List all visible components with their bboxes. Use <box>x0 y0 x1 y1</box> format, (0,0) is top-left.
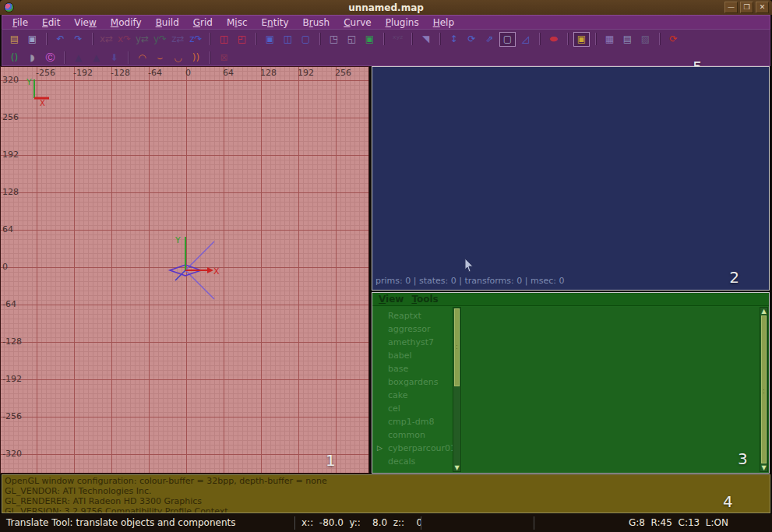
scrollbar-thumb[interactable] <box>761 315 767 463</box>
patch-drop-icon[interactable]: ⬇ <box>106 51 122 65</box>
console-log[interactable]: 4 OpenGL window configuration: colour-bu… <box>2 474 770 513</box>
x-flip-icon[interactable]: x⇄ <box>98 32 115 47</box>
csg-subtract-icon[interactable]: ◳ <box>326 32 342 47</box>
y-rotate-icon[interactable]: y↷ <box>152 32 168 47</box>
menu-plugins[interactable]: Plugins <box>379 16 426 29</box>
minimize-button[interactable]: — <box>724 2 738 13</box>
menu-build[interactable]: Build <box>149 16 186 29</box>
curve-bend-icon[interactable]: )) <box>188 51 204 65</box>
menu-help[interactable]: Help <box>426 16 461 29</box>
texture-browser-menu-bar: ViewTools <box>372 293 769 306</box>
clipper-tool-icon[interactable]: ⬬ <box>545 32 562 47</box>
texture-display-area[interactable] <box>462 307 760 473</box>
save-icon[interactable]: ▣ <box>24 32 41 47</box>
console-line: GL_RENDERER: ATI Radeon HD 3300 Graphics <box>5 496 767 506</box>
translate-tool-icon[interactable]: ↕ <box>446 32 462 47</box>
no-clip-icon[interactable]: ⊠ <box>216 51 232 65</box>
select-inside-icon[interactable]: ◫ <box>280 32 296 47</box>
menu-entity[interactable]: Entity <box>255 16 296 29</box>
patch-cylinder-icon[interactable]: ▲ <box>70 51 86 65</box>
z-flip-icon[interactable]: z⇄ <box>170 32 186 47</box>
ruler-label-x: -192 <box>73 68 93 78</box>
folder-item-cyberparcour01[interactable]: ▷cyberparcour01 <box>372 442 453 455</box>
entity-list-icon[interactable]: ▦ <box>601 32 618 47</box>
csg-hollow-icon[interactable]: ▣ <box>361 32 378 47</box>
flip-vertical-icon[interactable]: ◰ <box>234 32 250 47</box>
toolbar: ▤▣↶↷x⇄x↷y⇄y↷z⇄z↷◫◰▣◫▢◳◱▣ˣʸᶻ◥↕⟳⇗▢◿⬬▣▦▤▨⟳ … <box>2 29 770 66</box>
caulk-icon[interactable]: Ⓒ <box>42 51 58 65</box>
toolbar-separator <box>256 33 256 45</box>
x-rotate-icon[interactable]: x↷ <box>116 32 132 47</box>
curve-bevel-icon[interactable]: ⌣ <box>152 51 168 65</box>
folder-item-decals[interactable]: decals <box>372 455 453 468</box>
ruler-label-x: 192 <box>298 68 314 78</box>
texture-lock-icon[interactable]: ▣ <box>573 32 590 47</box>
open-file-icon[interactable]: ▤ <box>6 32 23 47</box>
maximize-button[interactable]: ❒ <box>740 2 753 13</box>
texture-window-icon[interactable]: ▨ <box>637 32 654 47</box>
menu-tools[interactable]: Tools <box>411 294 446 305</box>
menu-edit[interactable]: Edit <box>35 16 67 29</box>
ruler-label-x: 256 <box>335 68 351 78</box>
redo-icon[interactable]: ↷ <box>70 32 86 47</box>
toolbar-separator <box>439 33 440 45</box>
scroll-down-icon[interactable]: ▼ <box>760 464 767 471</box>
expander-icon[interactable]: ▷ <box>377 442 382 455</box>
scale-tool-icon[interactable]: ⇗ <box>481 32 498 47</box>
folder-item-reaptxt[interactable]: Reaptxt <box>372 309 453 322</box>
annotation-label-2: 2 <box>729 268 739 287</box>
select-touching-icon[interactable]: ▣ <box>262 32 278 47</box>
folder-item-cmp1-dm8[interactable]: cmp1-dm8 <box>372 415 453 428</box>
texture-folder-list[interactable]: Reaptxtaggressoramethyst7babelbaseboxgar… <box>372 307 453 473</box>
select-complete-icon[interactable]: ▢ <box>298 32 314 47</box>
folder-item-common[interactable]: common <box>372 428 453 442</box>
axis-indicator: Y X <box>16 76 52 107</box>
resize-tool-icon[interactable]: ◿ <box>517 32 534 47</box>
menu-file[interactable]: File <box>5 16 35 29</box>
folder-item-babel[interactable]: babel <box>372 349 453 362</box>
menu-view[interactable]: View <box>379 294 411 305</box>
menu-view[interactable]: View <box>67 16 104 29</box>
menu-grid[interactable]: Grid <box>186 16 220 29</box>
rotate-tool-icon[interactable]: ⟳ <box>464 32 480 47</box>
menu-modify[interactable]: Modify <box>104 16 149 29</box>
texture-area-scrollbar[interactable]: ▲ ▼ <box>760 307 768 472</box>
folder-item-base[interactable]: base <box>372 362 453 375</box>
camera-view-3d[interactable]: prims: 0 | states: 0 | transforms: 0 | m… <box>372 66 770 291</box>
toolbar-separator <box>92 33 93 45</box>
grid-view-2d[interactable]: -256-192-128-64064128192256 320256192128… <box>0 66 369 474</box>
menu-curve[interactable]: Curve <box>337 16 378 29</box>
folder-item-amethyst7[interactable]: amethyst7 <box>372 336 453 349</box>
folder-list-scrollbar[interactable]: ▼ <box>453 307 461 472</box>
translate-gizmo[interactable]: Y X <box>139 227 232 313</box>
toolbar-separator <box>64 51 65 64</box>
lightray-cone-icon[interactable]: ◥ <box>418 32 434 47</box>
patch-knob-icon[interactable]: ▲ <box>88 51 104 65</box>
curve-endcap-icon[interactable]: ◡ <box>170 51 186 65</box>
undo-icon[interactable]: ↶ <box>52 32 69 47</box>
ruler-label-y: 128 <box>2 187 19 197</box>
console-window-icon[interactable]: ▤ <box>619 32 636 47</box>
folder-item-cel[interactable]: cel <box>372 402 453 415</box>
refresh-models-icon[interactable]: ⟳ <box>665 32 682 47</box>
select-tool-icon[interactable]: ▢ <box>499 32 516 47</box>
status-bar: Translate Tool: translate objects and co… <box>0 514 772 532</box>
folder-item-cake[interactable]: cake <box>372 389 453 402</box>
menu-misc[interactable]: Misc <box>220 16 255 29</box>
folder-item-boxgardens[interactable]: boxgardens <box>372 375 453 389</box>
scrollbar-thumb[interactable] <box>454 308 460 386</box>
flip-horizontal-icon[interactable]: ◫ <box>216 32 232 47</box>
csg-merge-icon[interactable]: ◱ <box>344 32 360 47</box>
title-bar[interactable]: unnamed.map — ❒ ✕ <box>0 0 772 15</box>
model-bag-icon[interactable]: ◗ <box>24 51 41 65</box>
menu-brush[interactable]: Brush <box>296 16 337 29</box>
scroll-down-icon[interactable]: ▼ <box>453 464 460 471</box>
scroll-up-icon[interactable]: ▲ <box>760 308 767 315</box>
z-rotate-icon[interactable]: z↷ <box>188 32 204 47</box>
y-flip-icon[interactable]: y⇄ <box>134 32 150 47</box>
close-button[interactable]: ✕ <box>756 2 769 13</box>
curve-parens-icon[interactable]: () <box>6 51 23 65</box>
curve-cap-icon[interactable]: ◠ <box>134 51 150 65</box>
xyz-axes-icon[interactable]: ˣʸᶻ <box>390 32 406 47</box>
folder-item-aggressor[interactable]: aggressor <box>372 322 453 336</box>
